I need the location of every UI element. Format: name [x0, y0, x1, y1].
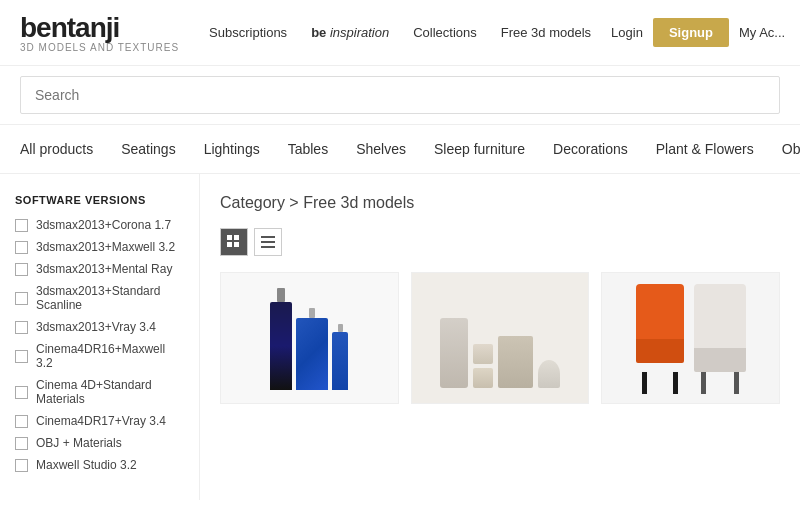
- cat-ob[interactable]: Ob: [768, 125, 800, 173]
- filter-f3[interactable]: 3dsmax2013+Mental Ray: [15, 262, 184, 276]
- candles-illustration: [440, 283, 560, 393]
- nav-collections[interactable]: Collections: [413, 25, 477, 40]
- svg-rect-2: [227, 242, 232, 247]
- filter-label-f5: 3dsmax2013+Vray 3.4: [36, 320, 156, 334]
- content-area: SOFTWARE VERSIONS 3dsmax2013+Corona 1.7 …: [0, 174, 800, 500]
- product-image-p1: [221, 273, 398, 403]
- filter-label-f1: 3dsmax2013+Corona 1.7: [36, 218, 171, 232]
- product-card-p3[interactable]: [601, 272, 780, 404]
- list-icon: [261, 235, 275, 249]
- sidebar-title: SOFTWARE VERSIONS: [15, 194, 184, 206]
- chairs-illustration: [636, 278, 746, 398]
- checkbox-f1[interactable]: [15, 219, 28, 232]
- logo[interactable]: bentanji: [20, 12, 179, 44]
- filter-f6[interactable]: Cinema4DR16+Maxwell 3.2: [15, 342, 184, 370]
- cat-decorations[interactable]: Decorations: [539, 125, 642, 173]
- signup-button[interactable]: Signup: [653, 18, 729, 47]
- nav-auth: Login Signup My Ac...: [611, 18, 785, 47]
- header: bentanji 3D MODELS AND TEXTURES Subscrip…: [0, 0, 800, 66]
- checkbox-f6[interactable]: [15, 350, 28, 363]
- cat-sleep-furniture[interactable]: Sleep furniture: [420, 125, 539, 173]
- filter-f10[interactable]: Maxwell Studio 3.2: [15, 458, 184, 472]
- breadcrumb: Category > Free 3d models: [220, 194, 780, 212]
- filter-label-f9: OBJ + Materials: [36, 436, 122, 450]
- nav-free-3d-models[interactable]: Free 3d models: [501, 25, 591, 40]
- svg-rect-5: [261, 241, 275, 243]
- cat-tables[interactable]: Tables: [274, 125, 342, 173]
- checkbox-f3[interactable]: [15, 263, 28, 276]
- filter-f1[interactable]: 3dsmax2013+Corona 1.7: [15, 218, 184, 232]
- svg-rect-6: [261, 246, 275, 248]
- filter-f4[interactable]: 3dsmax2013+Standard Scanline: [15, 284, 184, 312]
- myac-button[interactable]: My Ac...: [739, 25, 785, 40]
- checkbox-f9[interactable]: [15, 437, 28, 450]
- svg-rect-3: [234, 242, 239, 247]
- perfume-illustration: [270, 278, 348, 398]
- svg-rect-1: [234, 235, 239, 240]
- filter-label-f3: 3dsmax2013+Mental Ray: [36, 262, 172, 276]
- filter-f2[interactable]: 3dsmax2013+Maxwell 3.2: [15, 240, 184, 254]
- search-bar: [0, 66, 800, 125]
- filter-label-f8: Cinema4DR17+Vray 3.4: [36, 414, 166, 428]
- svg-rect-4: [261, 236, 275, 238]
- checkbox-f10[interactable]: [15, 459, 28, 472]
- main-nav: Subscriptions inspiration Collections Fr…: [209, 25, 591, 40]
- cat-lightings[interactable]: Lightings: [190, 125, 274, 173]
- product-card-p2[interactable]: [411, 272, 590, 404]
- grid-icon: [227, 235, 241, 249]
- nav-subscriptions[interactable]: Subscriptions: [209, 25, 287, 40]
- checkbox-f4[interactable]: [15, 292, 28, 305]
- chair-orange: [636, 284, 684, 394]
- checkbox-f2[interactable]: [15, 241, 28, 254]
- login-button[interactable]: Login: [611, 25, 643, 40]
- search-input[interactable]: [20, 76, 780, 114]
- svg-rect-0: [227, 235, 232, 240]
- nav-be-inspiration[interactable]: inspiration: [311, 25, 389, 40]
- filter-f9[interactable]: OBJ + Materials: [15, 436, 184, 450]
- chair-gray: [694, 284, 746, 394]
- filter-label-f6: Cinema4DR16+Maxwell 3.2: [36, 342, 184, 370]
- view-toggle: [220, 228, 780, 256]
- logo-subtitle: 3D MODELS AND TEXTURES: [20, 42, 179, 53]
- product-image-p3: [602, 273, 779, 403]
- category-nav: All products Seatings Lightings Tables S…: [0, 125, 800, 174]
- grid-view-button[interactable]: [220, 228, 248, 256]
- logo-area: bentanji 3D MODELS AND TEXTURES: [20, 12, 179, 53]
- products-grid: [220, 272, 780, 404]
- product-image-p2: [412, 273, 589, 403]
- sidebar: SOFTWARE VERSIONS 3dsmax2013+Corona 1.7 …: [0, 174, 200, 500]
- cat-seatings[interactable]: Seatings: [107, 125, 189, 173]
- cat-all-products[interactable]: All products: [20, 125, 107, 173]
- checkbox-f7[interactable]: [15, 386, 28, 399]
- checkbox-f8[interactable]: [15, 415, 28, 428]
- filter-f5[interactable]: 3dsmax2013+Vray 3.4: [15, 320, 184, 334]
- filter-label-f4: 3dsmax2013+Standard Scanline: [36, 284, 184, 312]
- filter-label-f7: Cinema 4D+Standard Materials: [36, 378, 184, 406]
- filter-f8[interactable]: Cinema4DR17+Vray 3.4: [15, 414, 184, 428]
- main-content: Category > Free 3d models: [200, 174, 800, 500]
- cat-plant-flowers[interactable]: Plant & Flowers: [642, 125, 768, 173]
- product-card-p1[interactable]: [220, 272, 399, 404]
- filter-f7[interactable]: Cinema 4D+Standard Materials: [15, 378, 184, 406]
- filter-label-f2: 3dsmax2013+Maxwell 3.2: [36, 240, 175, 254]
- filter-label-f10: Maxwell Studio 3.2: [36, 458, 137, 472]
- checkbox-f5[interactable]: [15, 321, 28, 334]
- cat-shelves[interactable]: Shelves: [342, 125, 420, 173]
- list-view-button[interactable]: [254, 228, 282, 256]
